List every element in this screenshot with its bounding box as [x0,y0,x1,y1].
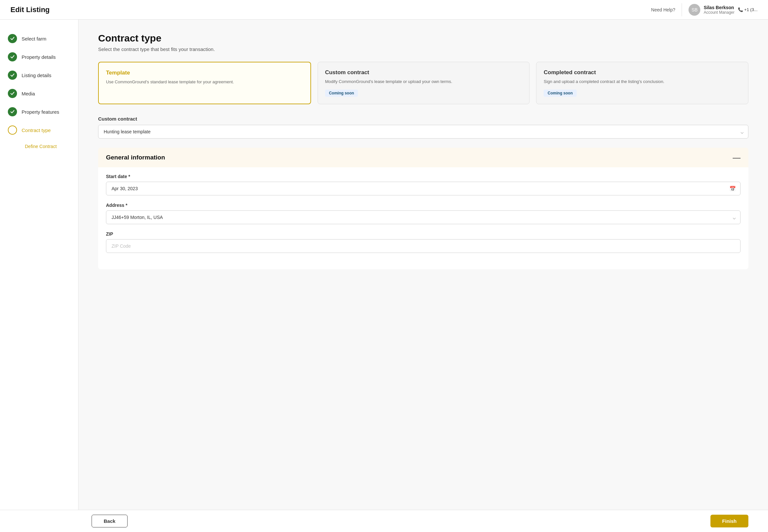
sidebar-item-property-features[interactable]: Property features [0,103,78,121]
address-wrapper: JJ46+59 Morton, IL, USA⌵ [106,210,741,224]
main-content: Contract type Select the contract type t… [78,20,768,532]
header: Edit Listing Need Help? SB Silas Berkson… [0,0,768,20]
card-title-custom-contract: Custom contract [325,69,522,76]
sidebar-item-label: Define Contract [8,144,57,149]
zip-input[interactable]: ZIP Code [106,239,741,253]
date-input-wrapper: Apr 30, 2023📅 [106,182,741,195]
step-icon-media [8,89,17,98]
contract-cards: TemplateUse CommonGround's standard leas… [98,62,748,104]
user-info: SB Silas Berkson Account Manager 📞 +1 (3… [689,4,758,16]
card-desc-completed-contract: Sign and upload a completed contract at … [543,78,741,85]
footer: Back Finish [0,510,768,532]
header-right: Need Help? SB Silas Berkson Account Mana… [651,3,758,16]
custom-contract-select-wrapper: Hunting lease template ⌵ [98,125,748,139]
custom-contract-select[interactable]: Hunting lease template [98,125,748,139]
start-date-input[interactable]: Apr 30, 2023 [106,182,741,195]
form-body: Start date *Apr 30, 2023📅Address *JJ46+5… [98,167,748,269]
layout: Select farmProperty detailsListing detai… [0,20,768,532]
card-title-template: Template [106,70,303,76]
sidebar-item-label: Property features [22,109,59,115]
step-icon-property-features [8,107,17,116]
sidebar-item-select-farm[interactable]: Select farm [0,29,78,48]
avatar: SB [689,4,700,16]
sidebar-item-label: Listing details [22,73,51,78]
contract-card-template[interactable]: TemplateUse CommonGround's standard leas… [98,62,311,104]
step-icon-listing-details [8,71,17,80]
custom-contract-label: Custom contract [98,116,748,122]
contract-type-subtitle: Select the contract type that best fits … [98,46,748,52]
general-info-panel: General information — Start date *Apr 30… [98,148,748,269]
card-title-completed-contract: Completed contract [543,69,741,76]
contract-card-custom-contract: Custom contractModify CommonGround's lea… [318,62,530,104]
sidebar-item-label: Select farm [22,36,46,42]
sidebar-item-property-details[interactable]: Property details [0,48,78,66]
contract-card-completed-contract: Completed contractSign and upload a comp… [536,62,748,104]
sidebar-item-label: Property details [22,54,56,60]
coming-soon-badge-completed-contract: Coming soon [543,90,577,97]
form-group-zip: ZIPZIP Code [106,231,741,253]
sidebar-item-media[interactable]: Media [0,84,78,103]
user-phone: 📞 +1 (3... [738,7,758,12]
user-details: Silas Berkson Account Manager [704,5,734,15]
form-label-address: Address * [106,203,741,208]
step-icon-select-farm [8,34,17,43]
need-help-text: Need Help? [651,7,676,12]
form-group-start-date: Start date *Apr 30, 2023📅 [106,174,741,195]
card-desc-custom-contract: Modify CommonGround's lease template or … [325,78,522,85]
sidebar-item-label: Contract type [22,127,51,133]
user-name: Silas Berkson [704,5,734,10]
collapse-icon: — [733,154,741,161]
sidebar-item-listing-details[interactable]: Listing details [0,66,78,84]
user-role: Account Manager [704,10,734,15]
sidebar: Select farmProperty detailsListing detai… [0,20,78,532]
sidebar-item-label: Media [22,91,35,96]
address-input[interactable]: JJ46+59 Morton, IL, USA [106,210,741,224]
general-info-header[interactable]: General information — [98,148,748,167]
contract-type-title: Contract type [98,33,748,44]
sidebar-item-define-contract[interactable]: Define Contract [0,139,78,154]
form-label-zip: ZIP [106,231,741,237]
general-info-title: General information [106,154,165,161]
finish-button[interactable]: Finish [710,515,748,527]
sidebar-item-contract-type[interactable]: Contract type [0,121,78,139]
header-divider [682,3,682,16]
step-icon-contract-type [8,125,17,135]
page-title: Edit Listing [10,6,50,14]
coming-soon-badge-custom-contract: Coming soon [325,90,358,97]
card-desc-template: Use CommonGround's standard lease templa… [106,79,303,85]
form-label-start-date: Start date * [106,174,741,179]
back-button[interactable]: Back [92,515,127,527]
step-icon-property-details [8,52,17,61]
form-group-address: Address *JJ46+59 Morton, IL, USA⌵ [106,203,741,224]
